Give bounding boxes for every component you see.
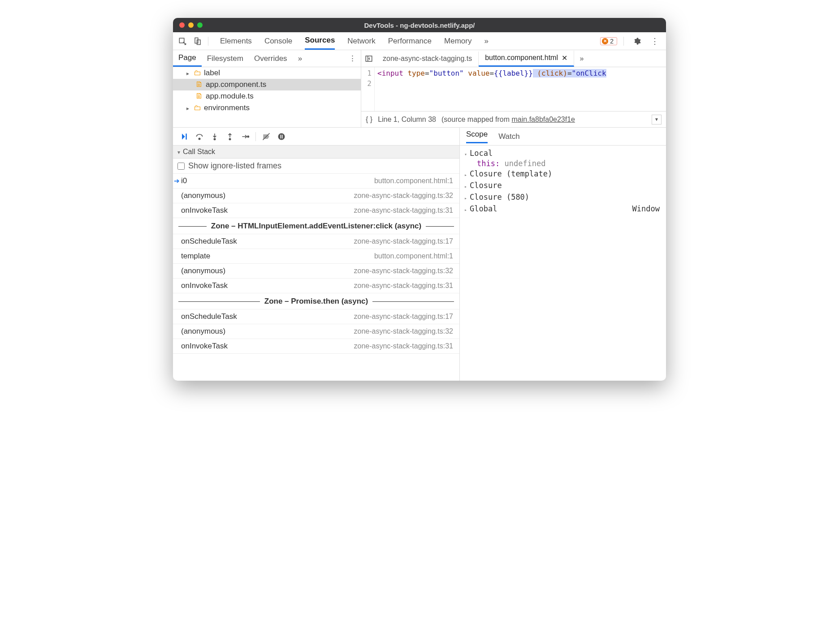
callstack-header[interactable]: Call Stack — [173, 146, 459, 159]
callstack-frames: i0button.component.html:1(anonymous)zone… — [173, 174, 459, 381]
scope-closure-template[interactable]: Closure (template) — [464, 168, 662, 180]
device-toggle-icon[interactable] — [191, 34, 204, 48]
show-ignore-label: Show ignore-listed frames — [188, 161, 281, 171]
callstack-frame[interactable]: onScheduleTaskzone-async-stack-tagging.t… — [173, 309, 459, 324]
main-toolbar: Elements Console Sources Network Perform… — [173, 32, 666, 50]
svg-rect-12 — [281, 134, 281, 138]
inspect-icon[interactable] — [176, 34, 189, 48]
close-tab-icon[interactable]: ✕ — [562, 54, 567, 62]
tab-network[interactable]: Network — [347, 33, 375, 49]
folder-icon: 🗀 — [194, 103, 201, 112]
more-editor-tabs-icon[interactable]: » — [574, 55, 589, 63]
nav-more-icon[interactable]: » — [293, 51, 307, 66]
sourcemap-link[interactable]: main.fa8bfa0e23f1e — [512, 116, 575, 123]
svg-rect-1 — [195, 38, 198, 43]
callstack-frame[interactable]: (anonymous)zone-async-stack-tagging.ts:3… — [173, 189, 459, 203]
toggle-bottom-icon[interactable]: ▼ — [652, 115, 662, 125]
step-over-icon[interactable] — [193, 130, 206, 143]
file-icon: 🗎 — [195, 80, 203, 89]
devtools-window: DevTools - ng-devtools.netlify.app/ Elem… — [173, 18, 666, 381]
nav-tab-overrides[interactable]: Overrides — [249, 51, 293, 66]
scope-local[interactable]: Local — [464, 147, 662, 159]
callstack-frame[interactable]: (anonymous)zone-async-stack-tagging.ts:3… — [173, 324, 459, 339]
resume-icon[interactable] — [177, 130, 191, 143]
editor-status: { } Line 1, Column 38 (source mapped fro… — [361, 111, 666, 127]
file-icon: 🗎 — [195, 92, 203, 101]
scope-closure[interactable]: Closure — [464, 180, 662, 191]
window-title: DevTools - ng-devtools.netlify.app/ — [173, 21, 666, 29]
scope-pane: Scope Watch Local this: undefined Closur… — [460, 128, 666, 381]
nav-tab-filesystem[interactable]: Filesystem — [202, 51, 249, 66]
svg-rect-13 — [282, 134, 283, 138]
scope-global[interactable]: GlobalWindow — [464, 203, 662, 215]
svg-point-6 — [199, 138, 200, 139]
file-tree: 🗀label 🗎app.component.ts 🗎app.module.ts … — [173, 67, 361, 127]
svg-rect-5 — [186, 133, 187, 139]
titlebar: DevTools - ng-devtools.netlify.app/ — [173, 18, 666, 32]
nav-kebab-icon[interactable]: ⋮ — [344, 54, 361, 63]
scope-tab[interactable]: Scope — [466, 130, 488, 143]
callstack-frame[interactable]: onInvokeTaskzone-async-stack-tagging.ts:… — [173, 279, 459, 293]
gutter: 12 — [361, 67, 375, 111]
main-tabs: Elements Console Sources Network Perform… — [213, 32, 600, 50]
callstack-frame[interactable]: i0button.component.html:1 — [173, 174, 459, 189]
step-into-icon[interactable] — [208, 130, 221, 143]
code-content: <input type="button" value={{label}} (cl… — [375, 67, 606, 111]
tree-folder-environments[interactable]: 🗀environments — [173, 102, 361, 114]
deactivate-breakpoints-icon[interactable] — [259, 130, 273, 143]
nav-tab-page[interactable]: Page — [173, 50, 202, 67]
debugger-toolbar — [173, 128, 459, 146]
svg-point-11 — [278, 133, 285, 140]
settings-icon[interactable] — [630, 34, 644, 48]
code-editor[interactable]: 12 <input type="button" value={{label}} … — [361, 67, 666, 111]
svg-point-8 — [229, 138, 230, 140]
folder-icon: 🗀 — [194, 69, 201, 77]
tab-performance[interactable]: Performance — [388, 33, 432, 49]
async-divider: Zone – Promise.then (async) — [173, 293, 459, 309]
step-out-icon[interactable] — [223, 130, 237, 143]
scope-closure-580[interactable]: Closure (580) — [464, 191, 662, 203]
watch-tab[interactable]: Watch — [498, 132, 520, 141]
tree-folder-label[interactable]: 🗀label — [173, 67, 361, 79]
scope-this: this: undefined — [464, 159, 662, 168]
tab-elements[interactable]: Elements — [220, 33, 252, 49]
svg-point-9 — [247, 136, 249, 137]
editor-pane: zone-async-stack-tagging.ts button.compo… — [361, 50, 666, 127]
async-divider: Zone – HTMLInputElement.addEventListener… — [173, 218, 459, 234]
callstack-frame[interactable]: (anonymous)zone-async-stack-tagging.ts:3… — [173, 264, 459, 279]
navigator-pane: Page Filesystem Overrides » ⋮ 🗀label 🗎ap… — [173, 50, 361, 127]
show-ignore-checkbox[interactable] — [177, 163, 185, 170]
editor-tab-zone[interactable]: zone-async-stack-tagging.ts — [376, 52, 479, 66]
tab-sources[interactable]: Sources — [305, 32, 335, 50]
tree-file-app-component[interactable]: 🗎app.component.ts — [173, 79, 361, 90]
step-icon[interactable] — [238, 130, 252, 143]
cursor-position: Line 1, Column 38 — [378, 116, 436, 124]
tab-memory[interactable]: Memory — [444, 33, 471, 49]
kebab-menu-icon[interactable]: ⋮ — [648, 34, 662, 48]
svg-rect-2 — [197, 40, 201, 45]
error-badge[interactable]: ✕2 — [600, 37, 617, 45]
editor-tab-button[interactable]: button.component.html✕ — [479, 51, 574, 67]
pretty-print-icon[interactable]: { } — [366, 116, 372, 124]
tree-file-app-module[interactable]: 🗎app.module.ts — [173, 90, 361, 102]
callstack-frame[interactable]: templatebutton.component.html:1 — [173, 249, 459, 264]
callstack-frame[interactable]: onScheduleTaskzone-async-stack-tagging.t… — [173, 234, 459, 249]
more-tabs-icon[interactable]: » — [484, 33, 488, 49]
debugger-pane: Call Stack Show ignore-listed frames i0b… — [173, 128, 460, 381]
pause-exceptions-icon[interactable] — [275, 130, 288, 143]
show-ignore-row[interactable]: Show ignore-listed frames — [173, 159, 459, 174]
callstack-frame[interactable]: onInvokeTaskzone-async-stack-tagging.ts:… — [173, 203, 459, 218]
toggle-navigator-icon[interactable] — [361, 55, 376, 63]
callstack-frame[interactable]: onInvokeTaskzone-async-stack-tagging.ts:… — [173, 339, 459, 354]
svg-point-7 — [214, 138, 215, 140]
tab-console[interactable]: Console — [264, 33, 292, 49]
